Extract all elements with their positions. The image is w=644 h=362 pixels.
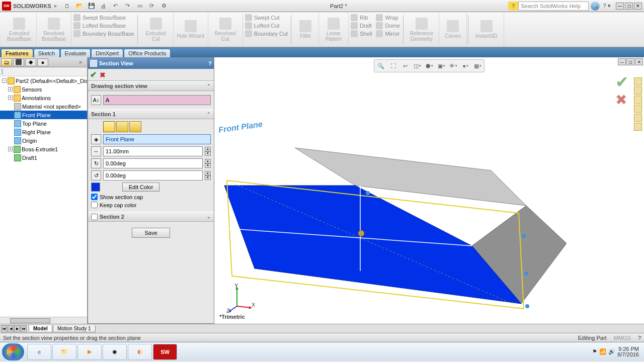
tab-sketch[interactable]: Sketch [34, 49, 60, 57]
taskpane-custom-icon[interactable] [634, 123, 642, 131]
taskbar-chrome-icon[interactable]: ◉ [103, 344, 127, 360]
corner-ok-icon[interactable]: ✔ [615, 72, 629, 92]
instant3d-button[interactable]: Instant3D [472, 20, 501, 39]
tree-scrollbar[interactable] [0, 317, 87, 324]
dome-button[interactable]: Dome [376, 22, 399, 29]
last-frame-icon[interactable]: ⏭ [21, 325, 27, 332]
3d-model-view[interactable] [214, 98, 567, 324]
boundary-cut-button[interactable]: Boundary Cut [245, 30, 288, 37]
maximize-button[interactable]: ◻ [625, 3, 633, 10]
save-icon[interactable]: 💾 [87, 2, 97, 11]
search-button-icon[interactable]: 🔍 [591, 2, 600, 11]
taskbar-explorer-icon[interactable]: 📁 [52, 344, 76, 360]
viewport-close-icon[interactable]: ✕ [635, 58, 643, 65]
extruded-boss-button[interactable]: Extruded Boss/Base [5, 18, 33, 42]
tree-sensors[interactable]: +Sensors [0, 85, 87, 94]
y-rotation-input[interactable] [103, 170, 203, 180]
rib-button[interactable]: Rib [351, 14, 372, 21]
display-style-icon[interactable]: ▣ [436, 61, 447, 71]
minimize-button[interactable]: — [616, 3, 624, 10]
show-section-cap-checkbox[interactable]: Show section cap [91, 194, 211, 200]
taskpane-explorer-icon[interactable] [634, 96, 642, 104]
orientation-triad[interactable]: Y X Z [224, 284, 255, 314]
pm-help-icon[interactable]: ? [208, 60, 212, 66]
mirror-button[interactable]: Mirror [376, 30, 399, 37]
status-units[interactable]: MMGS [614, 335, 631, 341]
prev-frame-icon[interactable]: ◀ [8, 325, 14, 332]
plane-front-button[interactable] [103, 121, 115, 132]
close-button[interactable]: ✕ [634, 3, 642, 10]
wrap-button[interactable]: Wrap [376, 14, 399, 21]
taskpane-view-icon[interactable] [634, 105, 642, 113]
plane-right-button[interactable] [129, 121, 141, 132]
new-icon[interactable]: 🗋 [62, 2, 72, 11]
tray-clock[interactable]: 9:26 PM 8/7/2016 [617, 346, 639, 357]
curves-button[interactable]: Curves [442, 20, 463, 39]
motion-study-tab[interactable]: Motion Study 1 [53, 325, 96, 332]
tab-office-products[interactable]: Office Products [124, 49, 171, 57]
section-view-icon[interactable]: ◫ [412, 61, 423, 71]
boundary-boss-button[interactable]: Boundary Boss/Base [73, 30, 134, 37]
search-input[interactable]: Search SolidWorks Help [518, 2, 589, 11]
apply-scene-icon[interactable]: ▦ [472, 61, 483, 71]
lofted-boss-button[interactable]: Lofted Boss/Base [73, 22, 134, 29]
property-manager-tab-icon[interactable]: ⬛ [13, 58, 24, 66]
tab-features[interactable]: Features [1, 49, 33, 57]
help-dropdown-icon[interactable]: ? ▾ [602, 2, 612, 11]
taskbar-ie-icon[interactable]: e [27, 344, 51, 360]
pm-cancel-icon[interactable]: ✖ [100, 71, 106, 79]
tab-evaluate[interactable]: Evaluate [60, 49, 91, 57]
section-color-swatch[interactable] [91, 183, 100, 192]
previous-view-icon[interactable]: ↩ [399, 61, 411, 71]
expand-icon[interactable]: ⌄ [207, 214, 211, 219]
graphics-viewport[interactable]: 🔍 ⛶ ↩ ◫ ⬢ ▣ 👁 ● ▦ — ◻ ✕ ✔ ✖ Front Pl [214, 57, 644, 324]
x-rotation-input[interactable] [103, 158, 203, 168]
taskbar-media-icon[interactable]: ▶ [77, 344, 102, 360]
collapse-icon[interactable]: ⌃ [207, 112, 211, 117]
next-frame-icon[interactable]: ▶ [14, 325, 20, 332]
select-icon[interactable]: ▭ [135, 2, 145, 11]
keep-cap-color-checkbox[interactable]: Keep cap color [91, 202, 211, 208]
status-help-icon[interactable]: ? [638, 335, 641, 341]
rebuild-icon[interactable]: ⟳ [147, 2, 157, 11]
revolved-boss-button[interactable]: Revolved Boss/Base [40, 18, 68, 42]
feature-manager-tab-icon[interactable]: 🗂 [1, 58, 12, 66]
first-frame-icon[interactable]: ⏮ [1, 325, 7, 332]
linear-pattern-button[interactable]: Linear Pattern [322, 18, 345, 42]
offset-distance-input[interactable] [103, 146, 203, 156]
reference-plane-icon[interactable]: ◈ [91, 134, 101, 144]
tree-front-plane[interactable]: Front Plane [0, 111, 87, 119]
tree-material[interactable]: Material <not specified> [0, 102, 87, 111]
fillet-button[interactable]: Fillet [295, 20, 315, 39]
hide-show-icon[interactable]: 👁 [448, 61, 459, 71]
taskpane-appearance-icon[interactable] [634, 114, 642, 122]
swept-boss-button[interactable]: Swept Boss/Base [73, 14, 134, 21]
view-orientation-icon[interactable]: ⬢ [424, 61, 435, 71]
plane-top-button[interactable] [116, 121, 128, 132]
menu-arrow-icon[interactable]: ▸ [54, 3, 57, 9]
taskbar-solidworks-icon[interactable]: SW [153, 344, 177, 360]
spin-up[interactable]: ▲ [205, 159, 211, 163]
pm-section2-header[interactable]: Section 2 ⌄ [88, 212, 214, 222]
print-icon[interactable]: 🖨 [99, 2, 109, 11]
pm-section1-header[interactable]: Section 1 ⌃ [88, 109, 214, 119]
options-icon[interactable]: ⚙ [159, 2, 169, 11]
open-icon[interactable]: 📂 [74, 2, 85, 11]
spin-down[interactable]: ▼ [205, 163, 211, 168]
extruded-cut-button[interactable]: Extruded Cut [142, 18, 170, 42]
taskpane-library-icon[interactable] [634, 86, 642, 95]
viewport-maximize-icon[interactable]: ◻ [626, 58, 634, 65]
drawing-section-label-input[interactable] [103, 95, 211, 105]
lofted-cut-button[interactable]: Lofted Cut [245, 22, 288, 29]
tray-network-icon[interactable]: 📶 [599, 348, 606, 355]
shell-button[interactable]: Shell [351, 30, 372, 37]
hole-wizard-button[interactable]: Hole Wizard [177, 20, 205, 39]
start-button[interactable] [2, 343, 24, 360]
save-button[interactable]: Save [132, 228, 170, 238]
tree-draft1[interactable]: Draft1 [0, 153, 87, 162]
tree-top-plane[interactable]: Top Plane [0, 119, 87, 128]
filter-funnel-icon[interactable]: ⟆ [1, 68, 3, 75]
tab-dimxpert[interactable]: DimXpert [91, 49, 123, 57]
corner-cancel-icon[interactable]: ✖ [615, 92, 629, 108]
spin-down[interactable]: ▼ [205, 175, 211, 180]
